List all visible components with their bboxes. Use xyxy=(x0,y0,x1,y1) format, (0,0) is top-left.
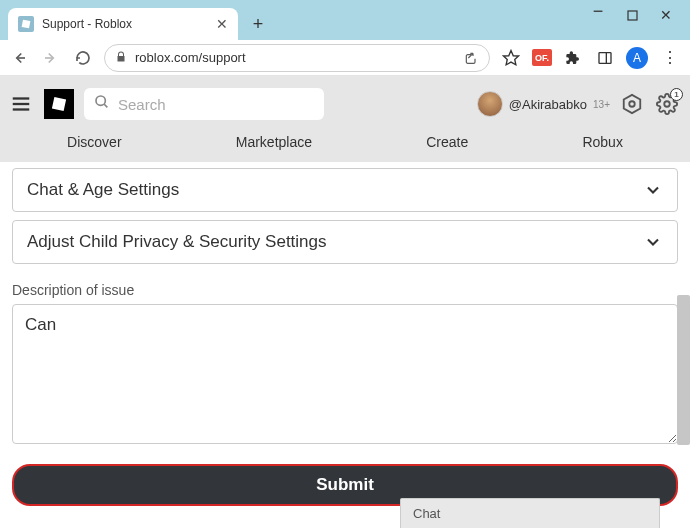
chevron-down-icon xyxy=(643,180,663,200)
minimize-icon[interactable]: − xyxy=(590,1,606,22)
roblox-logo[interactable] xyxy=(44,89,74,119)
sidepanel-icon[interactable] xyxy=(594,47,616,69)
robux-icon[interactable] xyxy=(620,92,644,116)
chat-widget[interactable]: Chat xyxy=(400,498,660,528)
accordion-label: Chat & Age Settings xyxy=(27,180,179,200)
svg-rect-0 xyxy=(22,20,31,29)
svg-marker-4 xyxy=(504,50,519,64)
address-bar[interactable]: roblox.com/support xyxy=(104,44,490,72)
nav-robux[interactable]: Robux xyxy=(582,134,622,150)
accordion-chat-age[interactable]: Chat & Age Settings xyxy=(12,168,678,212)
accordion-privacy-security[interactable]: Adjust Child Privacy & Security Settings xyxy=(12,220,678,264)
accordion-label: Adjust Child Privacy & Security Settings xyxy=(27,232,327,252)
svg-line-11 xyxy=(104,104,107,107)
browser-tab[interactable]: Support - Roblox ✕ xyxy=(8,8,238,40)
new-tab-button[interactable]: + xyxy=(244,10,272,38)
nav-create[interactable]: Create xyxy=(426,134,468,150)
profile-avatar[interactable]: A xyxy=(626,47,648,69)
maximize-icon[interactable] xyxy=(624,10,640,21)
close-window-icon[interactable]: ✕ xyxy=(658,7,674,23)
share-icon[interactable] xyxy=(463,50,479,66)
scrollbar[interactable] xyxy=(677,295,690,445)
svg-point-10 xyxy=(96,96,105,105)
svg-rect-5 xyxy=(599,52,611,63)
settings-icon[interactable]: 1 xyxy=(654,91,680,117)
hamburger-icon[interactable] xyxy=(10,93,34,115)
svg-rect-1 xyxy=(628,11,637,20)
extension-badge[interactable]: OF. xyxy=(532,49,552,66)
lock-icon xyxy=(115,51,127,65)
nav-discover[interactable]: Discover xyxy=(67,134,121,150)
url-text: roblox.com/support xyxy=(135,50,455,65)
nav-marketplace[interactable]: Marketplace xyxy=(236,134,312,150)
description-textarea[interactable] xyxy=(12,304,678,444)
reload-button[interactable] xyxy=(72,47,94,69)
search-box[interactable] xyxy=(84,88,324,120)
forward-button[interactable] xyxy=(40,47,62,69)
tab-title: Support - Roblox xyxy=(42,17,208,31)
username: @Akirababko xyxy=(509,97,587,112)
search-input[interactable] xyxy=(118,96,314,113)
svg-point-14 xyxy=(664,101,670,107)
chat-label: Chat xyxy=(413,506,440,521)
bookmark-icon[interactable] xyxy=(500,47,522,69)
extensions-icon[interactable] xyxy=(562,47,584,69)
age-badge: 13+ xyxy=(593,99,610,110)
chevron-down-icon xyxy=(643,232,663,252)
favicon-icon xyxy=(18,16,34,32)
user-avatar[interactable] xyxy=(477,91,503,117)
menu-icon[interactable]: ⋮ xyxy=(658,48,682,67)
back-button[interactable] xyxy=(8,47,30,69)
search-icon xyxy=(94,94,110,114)
close-tab-icon[interactable]: ✕ xyxy=(216,16,228,32)
svg-point-13 xyxy=(629,101,635,107)
svg-marker-12 xyxy=(624,95,641,113)
description-label: Description of issue xyxy=(12,282,678,298)
settings-badge: 1 xyxy=(670,88,683,101)
